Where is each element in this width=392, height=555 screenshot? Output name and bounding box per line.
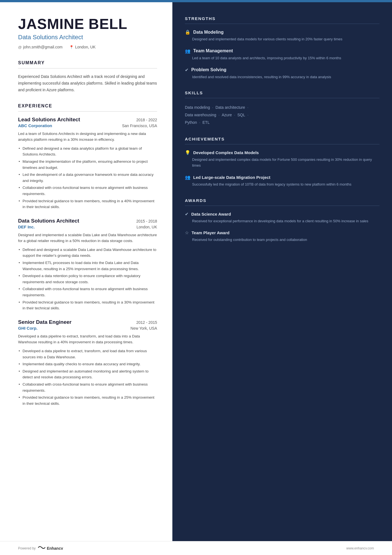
- candidate-name: JASMINE BELL: [18, 16, 157, 32]
- job-company-3: GHI Corp.: [18, 326, 38, 330]
- skills-list: Data modeling · Data architecture · Data…: [185, 104, 379, 126]
- bullet-item: Developed a data pipeline to extract, tr…: [18, 348, 157, 360]
- strengths-divider: [185, 24, 379, 24]
- job-dates-2: 2015 - 2018: [136, 219, 157, 223]
- award-title-2: Team Player Award: [192, 230, 229, 235]
- job-subheader-2: DEF Inc. London, UK: [18, 225, 157, 229]
- awards-title: AWARDS: [185, 198, 379, 203]
- achievement-desc-1: Designed and implemented complex data mo…: [185, 157, 379, 169]
- skill-item: Azure: [222, 113, 232, 117]
- skill-item: Data modeling: [185, 105, 210, 110]
- achievement-title-1: Developed Complex Data Models: [193, 150, 259, 155]
- achievement-item-2: 👥 Led Large-scale Data Migration Project…: [185, 175, 379, 188]
- footer-left: Powered by Enhancv: [18, 545, 63, 551]
- checkmark-icon: ✔: [185, 211, 188, 217]
- team-management-icon: 👥: [185, 48, 190, 54]
- skill-item: Data warehousing: [185, 113, 216, 117]
- job-entry-2: Data Solutions Architect 2015 - 2018 DEF…: [18, 218, 157, 311]
- job-bullets-3: Developed a data pipeline to extract, tr…: [18, 348, 157, 406]
- job-header-3: Senior Data Engineer 2012 - 2015: [18, 319, 157, 325]
- skill-separator: ·: [246, 113, 249, 117]
- strength-desc-2: Led a team of 10 data analysts and archi…: [185, 55, 379, 61]
- strength-item-2: 👥 Team Management Led a team of 10 data …: [185, 48, 379, 61]
- award-row-1: ✔ Data Science Award: [185, 211, 379, 217]
- contact-info: @ john.smith@gmail.com 📍 London, UK: [18, 45, 157, 49]
- powered-by-label: Powered by: [18, 546, 36, 550]
- bullet-item: Collaborated with cross-functional teams…: [18, 381, 157, 393]
- summary-text: Experienced Data Solutions Architect wit…: [18, 73, 157, 93]
- job-summary-3: Developed a data pipeline to extract, tr…: [18, 333, 157, 345]
- experience-divider: [18, 111, 157, 112]
- skill-item: ETL: [202, 120, 210, 125]
- bullet-item: Developed a data retention policy to ens…: [18, 273, 157, 285]
- summary-title: SUMMARY: [18, 60, 157, 65]
- enhancv-logo: Enhancv: [38, 545, 63, 551]
- job-header-2: Data Solutions Architect 2015 - 2018: [18, 218, 157, 224]
- awards-section: AWARDS ✔ Data Science Award Received for…: [185, 198, 379, 243]
- job-bullets-2: Defined and designed a scalable Data Lak…: [18, 247, 157, 311]
- strength-title-2: Team Management: [193, 48, 233, 53]
- award-desc-1: Received for exceptional performance in …: [185, 218, 379, 224]
- skill-item: SQL: [237, 113, 245, 117]
- strengths-title: STRENGTHS: [185, 16, 379, 21]
- strength-title-3: Problem Solving: [191, 67, 226, 72]
- resume-footer: Powered by Enhancv www.enhancv.com: [0, 541, 392, 555]
- location-icon: 📍: [69, 45, 74, 49]
- bullet-item: Collaborated with cross-functional teams…: [18, 185, 157, 197]
- skill-separator: ·: [198, 120, 202, 125]
- bullet-item: Collaborated with cross-functional teams…: [18, 286, 157, 298]
- skills-title: SKILLS: [185, 90, 379, 95]
- star-icon: ☆: [185, 230, 189, 235]
- skills-section: SKILLS Data modeling · Data architecture…: [185, 90, 379, 126]
- footer-url: www.enhancv.com: [346, 546, 374, 550]
- achievements-title: ACHIEVEMENTS: [185, 137, 379, 141]
- strength-row-1: 🔒 Data Modeling: [185, 29, 379, 35]
- award-title-1: Data Science Award: [191, 212, 231, 216]
- bullet-item: Implemented data quality checks to ensur…: [18, 361, 157, 367]
- bullet-item: Led the development of a data governance…: [18, 172, 157, 184]
- bullet-item: Provided technical guidance to team memb…: [18, 198, 157, 210]
- achievements-divider: [185, 144, 379, 144]
- experience-section: EXPERIENCE Lead Solutions Architect 2018…: [18, 103, 157, 407]
- job-role-2: Data Solutions Architect: [18, 218, 79, 224]
- location-item: 📍 London, UK: [69, 45, 96, 49]
- header-section: JASMINE BELL Data Solutions Architect @ …: [18, 16, 157, 49]
- award-desc-2: Received for outstanding contribution to…: [185, 237, 379, 243]
- bullet-item: Implemented ETL processes to load data i…: [18, 260, 157, 272]
- candidate-title: Data Solutions Architect: [18, 34, 157, 41]
- strength-item-3: ✔ Problem Solving Identified and resolve…: [185, 67, 379, 80]
- achievement-row-1: 💡 Developed Complex Data Models: [185, 150, 379, 155]
- strength-title-1: Data Modeling: [193, 30, 224, 35]
- strengths-section: STRENGTHS 🔒 Data Modeling Designed and i…: [185, 16, 379, 80]
- email-item: @ john.smith@gmail.com: [18, 45, 63, 49]
- email-value: john.smith@gmail.com: [23, 45, 63, 49]
- skill-item: Data architecture: [215, 105, 245, 110]
- enhancv-logo-icon: [38, 545, 46, 551]
- job-subheader-3: GHI Corp. New York, USA: [18, 326, 157, 330]
- resume-container: JASMINE BELL Data Solutions Architect @ …: [0, 0, 392, 555]
- job-dates-1: 2018 - 2022: [136, 118, 157, 122]
- job-bullets-1: Defined and designed a new data analytic…: [18, 145, 157, 210]
- job-summary-2: Designed and implemented a scalable Data…: [18, 232, 157, 244]
- bullet-item: Designed and implemented an automated mo…: [18, 368, 157, 380]
- job-role-3: Senior Data Engineer: [18, 319, 71, 325]
- migration-icon: 👥: [185, 175, 190, 180]
- problem-solving-icon: ✔: [185, 67, 188, 73]
- job-entry-1: Lead Solutions Architect 2018 - 2022 ABC…: [18, 117, 157, 210]
- skill-item: Python: [185, 120, 197, 125]
- strength-row-3: ✔ Problem Solving: [185, 67, 379, 73]
- achievement-row-2: 👥 Led Large-scale Data Migration Project: [185, 175, 379, 180]
- achievement-desc-2: Successfully led the migration of 10TB o…: [185, 182, 379, 188]
- job-subheader-1: ABC Corporation San Francisco, USA: [18, 123, 157, 128]
- award-row-2: ☆ Team Player Award: [185, 230, 379, 235]
- strength-row-2: 👥 Team Management: [185, 48, 379, 54]
- skill-separator: ·: [233, 113, 236, 117]
- award-item-1: ✔ Data Science Award Received for except…: [185, 211, 379, 224]
- job-company-1: ABC Corporation: [18, 123, 52, 128]
- achievements-section: ACHIEVEMENTS 💡 Developed Complex Data Mo…: [185, 137, 379, 187]
- summary-divider: [18, 68, 157, 68]
- skills-divider: [185, 98, 379, 98]
- email-icon: @: [18, 45, 22, 49]
- strength-desc-1: Designed and implemented data models for…: [185, 36, 379, 42]
- left-column: JASMINE BELL Data Solutions Architect @ …: [0, 2, 172, 541]
